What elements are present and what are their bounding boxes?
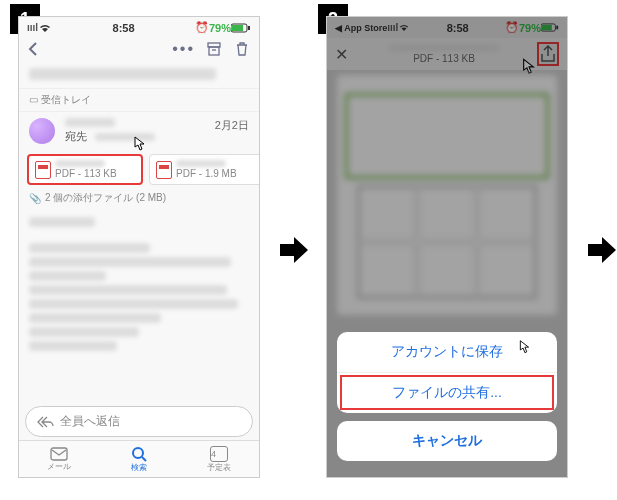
attachment-1-name-blur	[55, 160, 105, 167]
message-body	[19, 207, 259, 361]
action-sheet: アカウントに保存 ファイルの共有... キャンセル	[337, 332, 557, 469]
attachment-1-size: PDF - 113 KB	[55, 168, 117, 179]
wifi-icon	[38, 23, 52, 33]
svg-point-6	[133, 448, 143, 458]
battery-icon	[231, 23, 251, 33]
paperclip-icon: 📎	[29, 193, 41, 204]
trash-button[interactable]	[233, 40, 251, 58]
attachment-2[interactable]: PDF - 1.9 MB	[149, 154, 260, 185]
reply-all-bar[interactable]: 全員へ返信	[25, 406, 253, 437]
svg-rect-4	[209, 47, 219, 55]
tab-bar: メール 検索 4 予定表	[19, 440, 259, 477]
share-file-button[interactable]: ファイルの共有...	[337, 372, 557, 413]
svg-rect-2	[248, 26, 250, 30]
search-icon	[131, 446, 147, 462]
signal-icon: ıııl	[27, 22, 38, 33]
message-header[interactable]: 宛先 2月2日	[19, 112, 259, 150]
reply-all-icon	[36, 416, 54, 428]
archive-button[interactable]	[205, 40, 223, 58]
tab-calendar[interactable]: 4 予定表	[179, 441, 259, 477]
svg-rect-5	[51, 448, 67, 460]
subject-blur	[29, 68, 216, 80]
recipient-label: 宛先	[65, 130, 87, 142]
mail-icon	[50, 447, 68, 461]
folder-label: ▭ 受信トレイ	[19, 88, 259, 112]
calendar-icon: 4	[210, 446, 228, 462]
message-date: 2月2日	[215, 118, 249, 133]
more-button[interactable]: •••	[172, 40, 195, 58]
status-bar: ıııl 8:58 ⏰ 79%	[19, 17, 259, 38]
svg-rect-1	[232, 25, 243, 31]
pdf-icon	[156, 161, 172, 179]
alarm-icon: ⏰	[195, 21, 209, 34]
back-button[interactable]	[27, 41, 39, 57]
phone-1: ıııl 8:58 ⏰ 79% ••• ▭ 受信トレイ 宛先 2月2日	[18, 16, 260, 478]
folder-icon: ▭	[29, 94, 38, 105]
pointer-cursor-icon	[127, 134, 151, 158]
battery-percent: 79%	[209, 22, 231, 34]
pdf-icon	[35, 161, 51, 179]
from-blur	[65, 118, 115, 127]
tab-mail[interactable]: メール	[19, 441, 99, 477]
attachment-count: 📎 2 個の添付ファイル (2 MB)	[19, 189, 259, 207]
arrow-right-icon	[280, 235, 304, 265]
cancel-button[interactable]: キャンセル	[337, 421, 557, 461]
attachment-2-size: PDF - 1.9 MB	[176, 168, 237, 179]
save-to-account-button[interactable]: アカウントに保存	[337, 332, 557, 372]
arrow-right-icon	[588, 235, 612, 265]
pointer-cursor-icon	[513, 338, 537, 362]
attachment-1[interactable]: PDF - 113 KB	[27, 154, 143, 185]
attachment-2-name-blur	[176, 160, 226, 167]
avatar	[29, 118, 55, 144]
phone-2: ◀ App Store ıııl 8:58 ⏰ 79% ✕ PDF - 113 …	[326, 16, 568, 478]
clock: 8:58	[52, 22, 195, 34]
nav-bar: •••	[19, 38, 259, 60]
tab-search[interactable]: 検索	[99, 441, 179, 477]
